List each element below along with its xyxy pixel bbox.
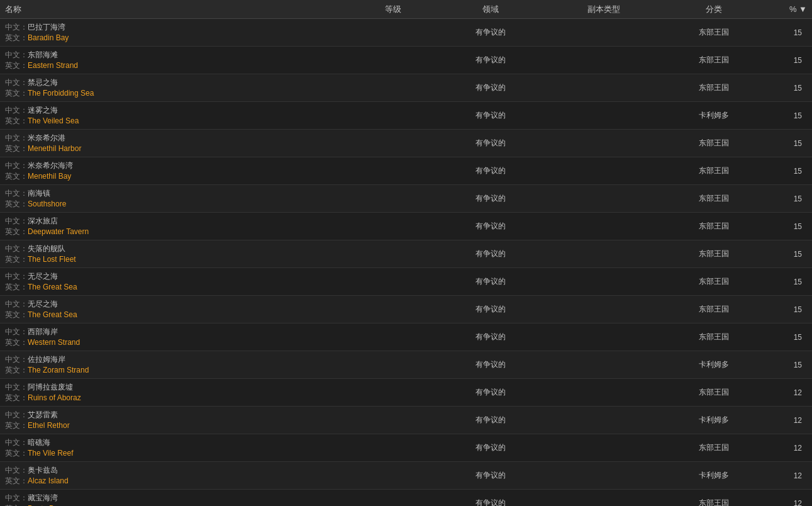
instance-type-cell	[547, 30, 660, 35]
instance-type-cell	[547, 418, 660, 423]
name-en: 英文：The Lost Fleet	[5, 254, 347, 265]
instance-type-cell	[547, 169, 660, 174]
pct-cell: 15	[767, 330, 812, 344]
instance-type-cell	[547, 279, 660, 284]
domain-cell: 有争议的	[434, 357, 547, 373]
main-table: 名称 等级 领域 副本类型 分类 % ▼ 中文：巴拉丁海湾 英文：Baradin…	[0, 0, 812, 506]
table-row[interactable]: 中文：无尽之海 英文：The Great Sea 有争议的 东部王国 15	[0, 268, 812, 296]
domain-cell: 有争议的	[434, 108, 547, 123]
category-cell: 卡利姆多	[660, 357, 767, 373]
table-row[interactable]: 中文：迷雾之海 英文：The Veiled Sea 有争议的 卡利姆多 15	[0, 102, 812, 130]
table-row[interactable]: 中文：南海镇 英文：Southshore 有争议的 东部王国 15	[0, 185, 812, 213]
name-en: 英文：Ethel Rethor	[5, 420, 347, 431]
name-cell: 中文：暗礁海 英文：The Vile Reef	[0, 435, 352, 461]
category-cell: 东部王国	[660, 385, 767, 400]
table-row[interactable]: 中文：失落的舰队 英文：The Lost Fleet 有争议的 东部王国 15	[0, 240, 812, 268]
instance-type-cell	[547, 58, 660, 63]
level-cell	[352, 390, 434, 395]
name-cn: 中文：藏宝海湾	[5, 493, 347, 503]
name-cell: 中文：失落的舰队 英文：The Lost Fleet	[0, 241, 352, 267]
instance-type-cell	[547, 141, 660, 146]
category-cell: 东部王国	[660, 191, 767, 206]
pct-cell: 15	[767, 137, 812, 150]
category-cell: 东部王国	[660, 218, 767, 234]
name-cn: 中文：巴拉丁海湾	[5, 22, 347, 33]
instance-type-cell	[547, 113, 660, 118]
table-row[interactable]: 中文：阿博拉兹废墟 英文：Ruins of Aboraz 有争议的 东部王国 1…	[0, 379, 812, 407]
level-cell	[352, 307, 434, 312]
domain-cell: 有争议的	[434, 52, 547, 68]
header-pct[interactable]: % ▼	[767, 4, 812, 14]
level-cell	[352, 252, 434, 257]
name-en: 英文：Menethil Bay	[5, 171, 347, 182]
pct-cell: 12	[767, 469, 812, 483]
table-row[interactable]: 中文：巴拉丁海湾 英文：Baradin Bay 有争议的 东部王国 15	[0, 19, 812, 47]
name-cn: 中文：米奈希尔海湾	[5, 160, 347, 171]
level-cell	[352, 473, 434, 478]
name-en: 英文：The Vile Reef	[5, 448, 347, 459]
category-cell: 东部王国	[660, 163, 767, 179]
table-row[interactable]: 中文：奥卡兹岛 英文：Alcaz Island 有争议的 卡利姆多 12	[0, 462, 812, 490]
category-cell: 东部王国	[660, 440, 767, 456]
table-row[interactable]: 中文：暗礁海 英文：The Vile Reef 有争议的 东部王国 12	[0, 434, 812, 462]
pct-cell: 12	[767, 441, 812, 455]
table-row[interactable]: 中文：艾瑟雷素 英文：Ethel Rethor 有争议的 卡利姆多 12	[0, 407, 812, 434]
table-row[interactable]: 中文：西部海岸 英文：Western Strand 有争议的 东部王国 15	[0, 323, 812, 351]
table-row[interactable]: 中文：藏宝海湾 英文：Booty Bay 有争议的 东部王国 12	[0, 490, 812, 506]
level-cell	[352, 113, 434, 118]
domain-cell: 有争议的	[434, 412, 547, 428]
table-row[interactable]: 中文：深水旅店 英文：Deepwater Tavern 有争议的 东部王国 15	[0, 213, 812, 240]
category-cell: 卡利姆多	[660, 412, 767, 428]
name-cell: 中文：佐拉姆海岸 英文：The Zoram Strand	[0, 352, 352, 378]
name-en: 英文：The Veiled Sea	[5, 116, 347, 126]
name-en: 英文：Baradin Bay	[5, 33, 347, 43]
instance-type-cell	[547, 390, 660, 395]
name-cn: 中文：东部海滩	[5, 50, 347, 60]
level-cell	[352, 169, 434, 174]
name-cell: 中文：迷雾之海 英文：The Veiled Sea	[0, 103, 352, 129]
domain-cell: 有争议的	[434, 218, 547, 234]
domain-cell: 有争议的	[434, 468, 547, 483]
header-name[interactable]: 名称	[0, 4, 352, 15]
table-row[interactable]: 中文：米奈希尔港 英文：Menethil Harbor 有争议的 东部王国 15	[0, 130, 812, 157]
name-cn: 中文：南海镇	[5, 188, 347, 199]
table-row[interactable]: 中文：米奈希尔海湾 英文：Menethil Bay 有争议的 东部王国 15	[0, 157, 812, 185]
name-cn: 中文：米奈希尔港	[5, 133, 347, 143]
table-body: 中文：巴拉丁海湾 英文：Baradin Bay 有争议的 东部王国 15 中文：…	[0, 19, 812, 506]
category-cell: 卡利姆多	[660, 108, 767, 123]
name-cn: 中文：西部海岸	[5, 327, 347, 337]
domain-cell: 有争议的	[434, 163, 547, 179]
domain-cell: 有争议的	[434, 191, 547, 206]
name-en: 英文：The Great Sea	[5, 310, 347, 320]
pct-cell: 12	[767, 386, 812, 400]
table-row[interactable]: 中文：佐拉姆海岸 英文：The Zoram Strand 有争议的 卡利姆多 1…	[0, 351, 812, 379]
header-level[interactable]: 等级	[352, 4, 434, 15]
domain-cell: 有争议的	[434, 135, 547, 151]
name-en: 英文：Deepwater Tavern	[5, 227, 347, 237]
pct-cell: 15	[767, 275, 812, 289]
level-cell	[352, 58, 434, 63]
name-cell: 中文：奥卡兹岛 英文：Alcaz Island	[0, 463, 352, 489]
domain-cell: 有争议的	[434, 246, 547, 262]
category-cell: 东部王国	[660, 329, 767, 345]
header-domain[interactable]: 领域	[434, 4, 547, 15]
instance-type-cell	[547, 86, 660, 91]
name-cell: 中文：南海镇 英文：Southshore	[0, 186, 352, 212]
instance-type-cell	[547, 473, 660, 478]
instance-type-cell	[547, 363, 660, 368]
pct-cell: 15	[767, 26, 812, 40]
instance-type-cell	[547, 501, 660, 506]
level-cell	[352, 501, 434, 506]
table-row[interactable]: 中文：无尽之海 英文：The Great Sea 有争议的 东部王国 15	[0, 296, 812, 323]
pct-cell: 15	[767, 53, 812, 67]
header-instance-type[interactable]: 副本类型	[547, 4, 660, 15]
name-cn: 中文：迷雾之海	[5, 105, 347, 116]
header-category[interactable]: 分类	[660, 4, 767, 15]
instance-type-cell	[547, 446, 660, 451]
table-row[interactable]: 中文：禁忌之海 英文：The Forbidding Sea 有争议的 东部王国 …	[0, 74, 812, 102]
table-row[interactable]: 中文：东部海滩 英文：Eastern Strand 有争议的 东部王国 15	[0, 47, 812, 74]
pct-cell: 15	[767, 109, 812, 123]
name-cell: 中文：东部海滩 英文：Eastern Strand	[0, 47, 352, 74]
domain-cell: 有争议的	[434, 80, 547, 96]
name-en: 英文：Ruins of Aboraz	[5, 393, 347, 403]
